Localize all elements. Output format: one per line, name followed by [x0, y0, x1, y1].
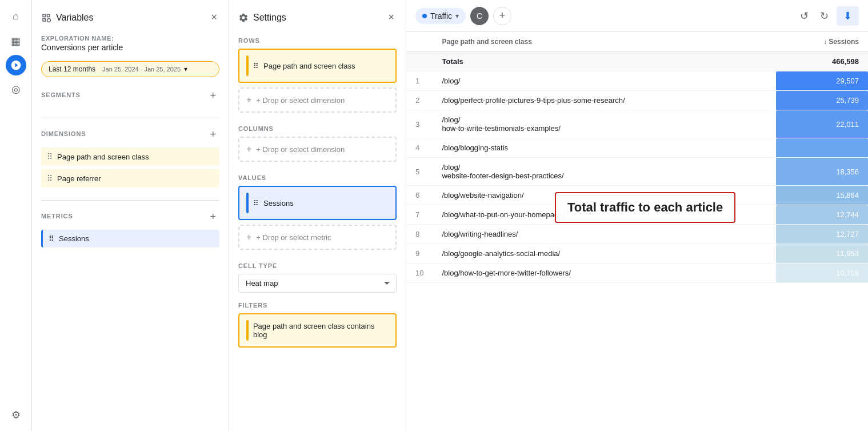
settings-icon[interactable]: ⚙ [5, 404, 27, 426]
date-range-value: Jan 25, 2024 - Jan 25, 2025 [102, 66, 181, 73]
columns-label: COLUMNS [238, 125, 397, 132]
row-path: /blog/ how-to-write-testimonials-example… [433, 110, 776, 138]
row-sessions: 25,739 [776, 91, 868, 110]
radar-icon[interactable]: ◎ [5, 78, 27, 101]
avatar-c: C [470, 7, 489, 25]
filters-label: FILTERS [238, 302, 397, 309]
columns-drop-zone[interactable]: + + Drop or select dimension [238, 137, 397, 162]
row-path: /blog/ website-footer-design-best-practi… [433, 158, 776, 186]
row-number: 8 [406, 225, 433, 244]
explore-icon[interactable] [6, 55, 26, 75]
totals-label: Totals [433, 52, 776, 71]
settings-title: Settings [238, 13, 286, 23]
metrics-section-header: METRICS + [41, 210, 219, 224]
row-sessions: 12,727 [776, 225, 868, 244]
metric-label-sessions: Sessions [59, 234, 89, 243]
main-content: Traffic ▾ C + ↺ ↻ ⬇ Page path and screen… [406, 0, 868, 431]
home-icon[interactable]: ⌂ [5, 5, 27, 27]
table-row: 8/blog/writing-headlines/12,727 [406, 225, 868, 244]
redo-button[interactable]: ↻ [817, 6, 832, 26]
values-drop-label: + Drop or select metric [256, 233, 331, 242]
undo-button[interactable]: ↺ [797, 6, 812, 26]
settings-panel-header: Settings × [238, 9, 397, 26]
row-sessions [776, 138, 868, 158]
cell-type-label: CELL TYPE [238, 262, 397, 269]
date-range-label: Last 12 months [49, 65, 95, 73]
dimension-item-page-path[interactable]: ⠿ Page path and screen class [41, 147, 219, 166]
rows-drop-zone[interactable]: + + Drop or select dimension [238, 87, 397, 113]
row-path: /blog/blogging-statis [433, 138, 776, 158]
add-segment-button[interactable]: + [206, 89, 219, 103]
filter-drop-zone[interactable]: Page path and screen class contains blog [238, 313, 397, 348]
th-sessions[interactable]: ↓ Sessions [776, 32, 868, 52]
row-number: 2 [406, 91, 433, 110]
values-metric-filled[interactable]: ⠿ Sessions [238, 186, 397, 220]
rows-dimension-filled[interactable]: ⠿ Page path and screen class [238, 49, 397, 83]
rows-drop-label: + Drop or select dimension [256, 96, 345, 105]
row-path: /blog/what-to-put-on-your-homepage/ [433, 205, 776, 225]
settings-panel: Settings × ROWS ⠿ Page path and screen c… [229, 0, 406, 431]
drag-handle-icon-2: ⠿ [47, 174, 53, 183]
rows-dimension-icon: ⠿ [253, 62, 259, 70]
drop-icon-2: + [246, 144, 251, 154]
date-range-badge[interactable]: Last 12 months Jan 25, 2024 - Jan 25, 20… [41, 61, 219, 77]
totals-row: Totals 466,598 [406, 52, 868, 71]
row-sessions: 22,011 [776, 110, 868, 138]
row-accent [246, 55, 249, 76]
values-metric-label: Sessions [263, 199, 294, 207]
row-path: /blog/how-to-get-more-twitter-followers/ [433, 264, 776, 283]
add-tab-button[interactable]: + [493, 7, 511, 25]
dimensions-section-header: DIMENSIONS + [41, 127, 219, 142]
row-number: 10 [406, 264, 433, 283]
table-row: 6/blog/website-navigation/15,864 [406, 186, 868, 205]
variables-panel-title: Variables [56, 13, 94, 23]
metric-drag-handle-icon: ⠿ [49, 234, 54, 243]
download-button[interactable]: ⬇ [837, 6, 859, 26]
values-metric-icon: ⠿ [253, 199, 259, 207]
add-dimension-button[interactable]: + [206, 127, 219, 142]
values-drop-zone[interactable]: + + Drop or select metric [238, 225, 397, 250]
dimension-item-page-referrer[interactable]: ⠿ Page referrer [41, 169, 219, 187]
settings-close-button[interactable]: × [386, 9, 397, 26]
date-dropdown-icon: ▾ [184, 65, 187, 73]
filter-value: Page path and screen class contains blog [253, 322, 389, 339]
columns-drop-label: + Drop or select dimension [256, 145, 345, 154]
row-number: 5 [406, 158, 433, 186]
th-row-num [406, 32, 433, 52]
table-row: 1/blog/29,507 [406, 71, 868, 91]
row-sessions: 10,708 [776, 264, 868, 283]
metric-item-sessions[interactable]: ⠿ Sessions [41, 230, 219, 248]
top-bar: Traffic ▾ C + ↺ ↻ ⬇ [406, 0, 868, 32]
variables-close-button[interactable]: × [209, 9, 219, 26]
row-number: 6 [406, 186, 433, 205]
divider-2 [41, 200, 219, 201]
row-number: 1 [406, 71, 433, 91]
tab-label: Traffic [430, 11, 452, 21]
settings-panel-title: Settings [253, 13, 286, 23]
table-row: 2/blog/perfect-profile-pictures-9-tips-p… [406, 91, 868, 110]
add-metric-button[interactable]: + [206, 210, 219, 224]
row-path: /blog/website-navigation/ [433, 186, 776, 205]
rows-dimension-label: Page path and screen class [263, 62, 355, 70]
table-row: 4/blog/blogging-statis [406, 138, 868, 158]
tab-arrow-icon: ▾ [455, 12, 459, 20]
reports-icon[interactable]: ▦ [5, 30, 27, 53]
variables-panel: Variables × EXPLORATION NAME: Conversion… [32, 0, 229, 431]
th-dimension[interactable]: Page path and screen class [433, 32, 776, 52]
row-sessions: 18,356 [776, 158, 868, 186]
row-path: /blog/perfect-profile-pictures-9-tips-pl… [433, 91, 776, 110]
dimension-label-page-path: Page path and screen class [57, 153, 149, 161]
dimensions-label: DIMENSIONS [41, 130, 86, 137]
row-sessions: 12,744 [776, 205, 868, 225]
row-number: 7 [406, 205, 433, 225]
data-area: Page path and screen class ↓ Sessions To… [406, 32, 868, 431]
cell-type-select[interactable]: Heat map Bar chart Plain text [238, 274, 397, 293]
rows-label: ROWS [238, 37, 397, 44]
row-path: /blog/google-analytics-social-media/ [433, 244, 776, 264]
variables-panel-header: Variables × [41, 9, 219, 26]
traffic-tab[interactable]: Traffic ▾ [415, 8, 466, 24]
table-row: 3/blog/ how-to-write-testimonials-exampl… [406, 110, 868, 138]
left-navigation: ⌂ ▦ ◎ ⚙ [0, 0, 32, 431]
tab-dot [422, 14, 427, 18]
data-table: Page path and screen class ↓ Sessions To… [406, 32, 868, 283]
